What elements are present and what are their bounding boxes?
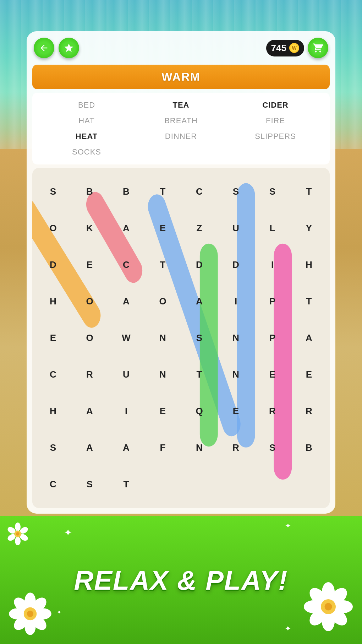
- grid-cell-29[interactable]: I: [218, 283, 254, 319]
- grid-cell-31[interactable]: T: [291, 283, 327, 319]
- grid-cell-56[interactable]: S: [35, 430, 71, 466]
- grid-cell-34[interactable]: W: [108, 320, 144, 356]
- word-socks: SOCKS: [39, 145, 134, 159]
- grid-cell-39[interactable]: A: [291, 320, 327, 356]
- grid-cell-30[interactable]: P: [254, 283, 290, 319]
- game-card: 745 W WARM BED TEA CIDER HAT BREATH FIRE…: [27, 31, 335, 514]
- sparkle-3: ✦: [57, 609, 61, 616]
- grid-cell-7[interactable]: T: [291, 174, 327, 210]
- grid-cell-54[interactable]: R: [254, 393, 290, 429]
- grid-cell-45[interactable]: N: [218, 357, 254, 393]
- grid-cell-41[interactable]: R: [72, 357, 108, 393]
- grid-cell-71[interactable]: [291, 466, 327, 502]
- grid-cell-70[interactable]: [254, 466, 290, 502]
- relax-banner: ✦ ✦ ✦ ✦ RELAX & PLAY!: [0, 516, 362, 644]
- grid-cell-20[interactable]: D: [181, 247, 217, 283]
- grid-cell-53[interactable]: E: [218, 393, 254, 429]
- grid-cell-48[interactable]: H: [35, 393, 71, 429]
- word-hat: HAT: [39, 114, 134, 128]
- grid-cell-21[interactable]: D: [218, 247, 254, 283]
- grid-cell-43[interactable]: N: [145, 357, 181, 393]
- grid-cell-42[interactable]: U: [108, 357, 144, 393]
- grid-cell-57[interactable]: A: [72, 430, 108, 466]
- grid-cell-6[interactable]: S: [254, 174, 290, 210]
- category-label: WARM: [161, 70, 200, 83]
- grid-cell-65[interactable]: S: [72, 466, 108, 502]
- grid-cell-58[interactable]: A: [108, 430, 144, 466]
- grid-cell-66[interactable]: T: [108, 466, 144, 502]
- flower-bottom-right: [302, 580, 355, 633]
- cart-button[interactable]: [308, 38, 328, 58]
- word-search-container: SBBTCSSTOKAEZULYDECTDDIHHOAOAIPTEOWNSNPA…: [32, 168, 330, 508]
- word-bed: BED: [39, 98, 134, 112]
- sparkle-2: ✦: [285, 521, 291, 530]
- grid-cell-38[interactable]: P: [254, 320, 290, 356]
- grid-cell-51[interactable]: E: [145, 393, 181, 429]
- grid-cell-37[interactable]: N: [218, 320, 254, 356]
- grid-cell-14[interactable]: L: [254, 210, 290, 246]
- flower-top-left: [4, 520, 32, 548]
- grid-cell-22[interactable]: I: [254, 247, 290, 283]
- grid-cell-59[interactable]: F: [145, 430, 181, 466]
- coins-value: 745: [271, 43, 286, 54]
- grid-cell-19[interactable]: T: [145, 247, 181, 283]
- grid-cell-8[interactable]: O: [35, 210, 71, 246]
- word-slippers: SLIPPERS: [228, 130, 323, 143]
- grid-cell-28[interactable]: A: [181, 283, 217, 319]
- back-button[interactable]: [34, 38, 54, 58]
- grid-cell-33[interactable]: O: [72, 320, 108, 356]
- grid-cell-0[interactable]: S: [35, 174, 71, 210]
- grid-cell-15[interactable]: Y: [291, 210, 327, 246]
- grid-cell-44[interactable]: T: [181, 357, 217, 393]
- grid-cell-11[interactable]: E: [145, 210, 181, 246]
- grid-cell-60[interactable]: N: [181, 430, 217, 466]
- word-tea: TEA: [134, 98, 228, 112]
- grid-cell-67[interactable]: [145, 466, 181, 502]
- grid-cell-25[interactable]: O: [72, 283, 108, 319]
- grid-cell-46[interactable]: E: [254, 357, 290, 393]
- grid-cell-2[interactable]: B: [108, 174, 144, 210]
- grid-cell-4[interactable]: C: [181, 174, 217, 210]
- grid-cell-26[interactable]: A: [108, 283, 144, 319]
- word-breath: BREATH: [134, 114, 228, 128]
- svg-point-30: [15, 537, 21, 545]
- grid-cell-18[interactable]: C: [108, 247, 144, 283]
- grid-cell-55[interactable]: R: [291, 393, 327, 429]
- grid-cell-49[interactable]: A: [72, 393, 108, 429]
- grid-cell-69[interactable]: [218, 466, 254, 502]
- coins-display: 745 W: [266, 40, 304, 56]
- grid-cell-36[interactable]: S: [181, 320, 217, 356]
- header-right: 745 W: [266, 38, 328, 58]
- grid-cell-35[interactable]: N: [145, 320, 181, 356]
- grid-cell-50[interactable]: I: [108, 393, 144, 429]
- grid-cell-17[interactable]: E: [72, 247, 108, 283]
- grid-cell-13[interactable]: U: [218, 210, 254, 246]
- grid-cell-10[interactable]: A: [108, 210, 144, 246]
- svg-point-16: [27, 611, 33, 617]
- grid-cell-16[interactable]: D: [35, 247, 71, 283]
- grid-cell-5[interactable]: S: [218, 174, 254, 210]
- grid-cell-68[interactable]: [181, 466, 217, 502]
- grid-cell-63[interactable]: B: [291, 430, 327, 466]
- grid-cell-12[interactable]: Z: [181, 210, 217, 246]
- star-button[interactable]: [59, 38, 79, 58]
- word-heat: HEAT: [39, 130, 134, 143]
- grid-cell-1[interactable]: B: [72, 174, 108, 210]
- grid-cell-27[interactable]: O: [145, 283, 181, 319]
- grid-cell-32[interactable]: E: [35, 320, 71, 356]
- grid-cell-3[interactable]: T: [145, 174, 181, 210]
- grid-cell-40[interactable]: C: [35, 357, 71, 393]
- grid-cell-61[interactable]: R: [218, 430, 254, 466]
- grid-cell-62[interactable]: S: [254, 430, 290, 466]
- grid-cell-23[interactable]: H: [291, 247, 327, 283]
- grid-cell-9[interactable]: K: [72, 210, 108, 246]
- svg-point-34: [16, 532, 20, 536]
- grid-cell-52[interactable]: Q: [181, 393, 217, 429]
- grid-cell-47[interactable]: E: [291, 357, 327, 393]
- words-grid: BED TEA CIDER HAT BREATH FIRE HEAT DINNE…: [32, 93, 330, 164]
- header-left: [34, 38, 79, 58]
- grid-cell-64[interactable]: C: [35, 466, 71, 502]
- grid-cell-24[interactable]: H: [35, 283, 71, 319]
- coin-icon: W: [289, 43, 299, 53]
- sparkle-1: ✦: [64, 527, 72, 539]
